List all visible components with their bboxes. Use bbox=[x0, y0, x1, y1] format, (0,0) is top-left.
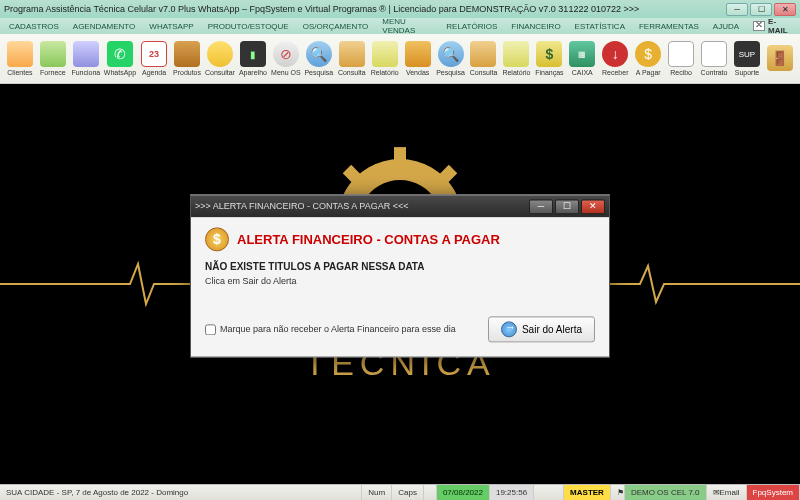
exit-alert-label: Sair do Alerta bbox=[522, 324, 582, 335]
menu-relatórios[interactable]: RELATÓRIOS bbox=[441, 22, 502, 31]
agenda-icon: 23 bbox=[141, 41, 167, 67]
relatorio-vendas-label: Relatório bbox=[502, 69, 530, 76]
dialog-message: NÃO EXISTE TITULOS A PAGAR NESSA DATA bbox=[205, 261, 595, 272]
contrato-icon bbox=[701, 41, 727, 67]
a-pagar-icon: $ bbox=[635, 41, 661, 67]
maximize-button[interactable]: ☐ bbox=[750, 3, 772, 16]
relatorio-os-icon bbox=[372, 41, 398, 67]
menu-agendamento[interactable]: AGENDAMENTO bbox=[68, 22, 141, 31]
dialog-maximize-button[interactable]: ☐ bbox=[555, 199, 579, 214]
suporte-label: Suporte bbox=[735, 69, 760, 76]
status-brand: FpqSystem bbox=[747, 485, 800, 500]
aparelho-label: Aparelho bbox=[239, 69, 267, 76]
menu-email[interactable]: E-MAIL bbox=[748, 17, 796, 35]
status-location: SUA CIDADE - SP, 7 de Agosto de 2022 - D… bbox=[0, 485, 362, 500]
caixa-label: CAIXA bbox=[572, 69, 593, 76]
menu-estatística[interactable]: ESTATÍSTICA bbox=[570, 22, 630, 31]
sair-icon: 🚪 bbox=[767, 45, 793, 71]
menu-whatsapp[interactable]: WHATSAPP bbox=[144, 22, 198, 31]
suppress-alert-checkbox[interactable] bbox=[205, 324, 216, 335]
toolbar-consultar-produtos[interactable]: Consultar bbox=[204, 36, 236, 82]
consulta-os-label: Consulta bbox=[338, 69, 366, 76]
financas-label: Finanças bbox=[535, 69, 563, 76]
exit-alert-button[interactable]: Sair do Alerta bbox=[488, 316, 595, 342]
produtos-label: Produtos bbox=[173, 69, 201, 76]
menu-menu-vendas[interactable]: MENU VENDAS bbox=[377, 17, 437, 35]
fornecedores-label: Fornece bbox=[40, 69, 66, 76]
caixa-icon: ▦ bbox=[569, 41, 595, 67]
dialog-close-button[interactable]: ✕ bbox=[581, 199, 605, 214]
menu-os-label: Menu OS bbox=[271, 69, 301, 76]
toolbar-receber[interactable]: ↓Receber bbox=[599, 36, 631, 82]
status-spacer bbox=[424, 485, 437, 500]
consultar-produtos-icon bbox=[207, 41, 233, 67]
window-title: Programa Assistência Técnica Celular v7.… bbox=[4, 4, 726, 14]
pesquisa-vendas-icon: 🔍 bbox=[438, 41, 464, 67]
toolbar-a-pagar[interactable]: $A Pagar bbox=[632, 36, 664, 82]
toolbar-agenda[interactable]: 23Agenda bbox=[138, 36, 170, 82]
consulta-vendas-label: Consulta bbox=[470, 69, 498, 76]
menu-ferramentas[interactable]: FERRAMENTAS bbox=[634, 22, 704, 31]
toolbar-consulta-os[interactable]: Consulta bbox=[336, 36, 368, 82]
menu-financeiro[interactable]: FINANCEIRO bbox=[506, 22, 565, 31]
toolbar-pesquisa-vendas[interactable]: 🔍Pesquisa bbox=[435, 36, 467, 82]
contrato-label: Contrato bbox=[701, 69, 728, 76]
toolbar-whatsapp[interactable]: ✆WhatsApp bbox=[103, 36, 137, 82]
suporte-icon: SUP bbox=[734, 41, 760, 67]
main-toolbar: ClientesForneceFunciona✆WhatsApp23Agenda… bbox=[0, 34, 800, 84]
receber-label: Receber bbox=[602, 69, 628, 76]
toolbar-clientes[interactable]: Clientes bbox=[4, 36, 36, 82]
toolbar-caixa[interactable]: ▦CAIXA bbox=[566, 36, 598, 82]
pesquisa-os-icon: 🔍 bbox=[306, 41, 332, 67]
dialog-body: $ ALERTA FINANCEIRO - CONTAS A PAGAR NÃO… bbox=[191, 217, 609, 356]
status-capslock: Caps bbox=[392, 485, 424, 500]
agenda-label: Agenda bbox=[142, 69, 166, 76]
toolbar-funcionarios[interactable]: Funciona bbox=[70, 36, 102, 82]
suppress-alert-checkbox-wrap[interactable]: Marque para não receber o Alerta Finance… bbox=[205, 324, 456, 335]
dialog-title: >>> ALERTA FINANCEIRO - CONTAS A PAGAR <… bbox=[195, 201, 529, 211]
minimize-button[interactable]: ─ bbox=[726, 3, 748, 16]
toolbar-menu-os[interactable]: ⊘Menu OS bbox=[270, 36, 302, 82]
toolbar-contrato[interactable]: Contrato bbox=[698, 36, 730, 82]
toolbar-produtos[interactable]: Produtos bbox=[171, 36, 203, 82]
menu-cadastros[interactable]: CADASTROS bbox=[4, 22, 64, 31]
vendas-label: Vendas bbox=[406, 69, 429, 76]
toolbar-sair[interactable]: 🚪 bbox=[764, 36, 796, 82]
toolbar-relatorio-vendas[interactable]: Relatório bbox=[500, 36, 532, 82]
fornecedores-icon bbox=[40, 41, 66, 67]
menu-os-icon: ⊘ bbox=[273, 41, 299, 67]
relatorio-vendas-icon bbox=[503, 41, 529, 67]
dialog-titlebar[interactable]: >>> ALERTA FINANCEIRO - CONTAS A PAGAR <… bbox=[191, 195, 609, 217]
status-email[interactable]: ✉ Email bbox=[707, 485, 747, 500]
toolbar-vendas[interactable]: Vendas bbox=[402, 36, 434, 82]
status-time: 19:25:56 bbox=[490, 485, 534, 500]
consultar-produtos-label: Consultar bbox=[205, 69, 235, 76]
toolbar-fornecedores[interactable]: Fornece bbox=[37, 36, 69, 82]
toolbar-suporte[interactable]: SUPSuporte bbox=[731, 36, 763, 82]
dialog-minimize-button[interactable]: ─ bbox=[529, 199, 553, 214]
recibo-label: Recibo bbox=[670, 69, 692, 76]
envelope-icon bbox=[753, 21, 765, 31]
recibo-icon bbox=[668, 41, 694, 67]
clientes-icon bbox=[7, 41, 33, 67]
toolbar-consulta-vendas[interactable]: Consulta bbox=[468, 36, 500, 82]
a-pagar-label: A Pagar bbox=[636, 69, 661, 76]
aparelho-icon: ▮ bbox=[240, 41, 266, 67]
toolbar-recibo[interactable]: Recibo bbox=[665, 36, 697, 82]
close-button[interactable]: ✕ bbox=[774, 3, 796, 16]
toolbar-relatorio-os[interactable]: Relatório bbox=[369, 36, 401, 82]
status-date: 07/08/2022 bbox=[437, 485, 490, 500]
toolbar-aparelho[interactable]: ▮Aparelho bbox=[237, 36, 269, 82]
produtos-icon bbox=[174, 41, 200, 67]
suppress-alert-label: Marque para não receber o Alerta Finance… bbox=[220, 324, 456, 334]
window-titlebar: Programa Assistência Técnica Celular v7.… bbox=[0, 0, 800, 18]
menu-ajuda[interactable]: AJUDA bbox=[708, 22, 744, 31]
funcionarios-label: Funciona bbox=[71, 69, 100, 76]
toolbar-pesquisa-os[interactable]: 🔍Pesquisa bbox=[303, 36, 335, 82]
receber-icon: ↓ bbox=[602, 41, 628, 67]
svg-rect-0 bbox=[394, 147, 406, 168]
toolbar-financas[interactable]: $Finanças bbox=[533, 36, 565, 82]
menu-produto-estoque[interactable]: PRODUTO/ESTOQUE bbox=[203, 22, 294, 31]
menu-os-orçamento[interactable]: OS/ORÇAMENTO bbox=[298, 22, 374, 31]
status-flag: ⚑ bbox=[611, 485, 625, 500]
